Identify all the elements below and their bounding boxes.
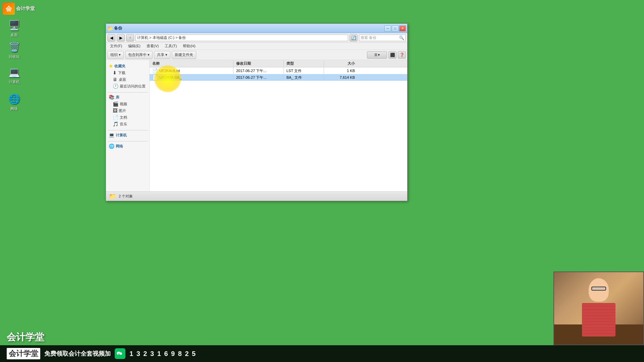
window-title: 备份 bbox=[114, 25, 384, 31]
menu-bar: 文件(F) 编辑(E) 查看(V) 工具(T) 帮助(H) bbox=[106, 43, 407, 50]
share-button[interactable]: 共享 ▾ bbox=[154, 51, 170, 59]
new-folder-label: 新建文件夹 bbox=[175, 52, 193, 57]
column-type[interactable]: 类型 bbox=[284, 60, 324, 67]
desktop-icon-2-label: 回收站 bbox=[9, 54, 20, 59]
table-row[interactable]: 📄 UF2KActList 2017-06-27 下午... LST 文件 1 … bbox=[150, 67, 407, 74]
favorites-section: ★ 收藏夹 ⬇ 下载 🖥 桌面 🕐 最近访问的位置 bbox=[107, 63, 148, 89]
desktop-icon-4[interactable]: 🌐 网络 bbox=[3, 92, 25, 111]
menu-help[interactable]: 帮助(H) bbox=[180, 43, 198, 49]
person-silhouette bbox=[572, 275, 626, 342]
new-folder-button[interactable]: 新建文件夹 bbox=[172, 51, 196, 59]
desktop-icon-3[interactable]: 💻 计算机 bbox=[3, 65, 25, 84]
file-list: 名称 修改日期 类型 大小 📄 UF2KActList 2017-06-27 下… bbox=[150, 60, 407, 191]
file-list-header: 名称 修改日期 类型 大小 bbox=[150, 60, 407, 67]
refresh-button[interactable]: 🔄 bbox=[350, 34, 358, 42]
desktop-icon-1[interactable]: 🖥️ 桌面 bbox=[3, 18, 25, 38]
music-icon: 🎵 bbox=[113, 121, 118, 127]
library-header[interactable]: 📚 库 bbox=[107, 94, 148, 101]
search-box[interactable]: 搜索 备份 🔍 bbox=[359, 35, 406, 41]
docs-icon: 📄 bbox=[113, 115, 118, 120]
person-head bbox=[589, 278, 609, 302]
favorites-label: 收藏夹 bbox=[114, 64, 125, 69]
column-size[interactable]: 大小 bbox=[324, 60, 358, 67]
organize-label: 组织 ▾ bbox=[110, 52, 121, 57]
network-sidebar-icon: 🌐 bbox=[109, 143, 114, 149]
person-glasses bbox=[591, 287, 606, 291]
address-input[interactable]: 计算机 > 本地磁盘 (C:) > 备份 bbox=[136, 35, 348, 41]
desktop-icon-3-label: 计算机 bbox=[9, 79, 20, 84]
file-2-name: 📄 UFDATA.BA_ bbox=[150, 74, 233, 81]
search-icon[interactable]: 🔍 bbox=[399, 36, 404, 40]
logo: 会 会计学堂 bbox=[3, 3, 35, 15]
menu-edit[interactable]: 编辑(E) bbox=[125, 43, 143, 49]
sidebar-item-video[interactable]: 🎬 视频 bbox=[107, 101, 148, 107]
banner-text: 免费领取会计全套视频加 bbox=[44, 350, 111, 358]
file-2-icon: 📄 bbox=[152, 75, 158, 80]
menu-tools[interactable]: 工具(T) bbox=[162, 43, 179, 49]
watermark-text: 会计学堂 bbox=[7, 332, 44, 342]
library-icon: 📚 bbox=[109, 95, 114, 100]
up-button[interactable]: ↑ bbox=[126, 34, 134, 42]
banner-logo-text: 会计学堂 bbox=[9, 349, 38, 358]
status-folder-icon: 📁 bbox=[109, 193, 116, 200]
table-row[interactable]: 📄 UFDATA.BA_ 2017-06-27 下午... BA_ 文件 7,6… bbox=[150, 74, 407, 81]
banner-logo: 会计学堂 bbox=[7, 348, 40, 359]
desktop-icon-2[interactable]: 🗑️ 回收站 bbox=[3, 40, 25, 59]
column-name[interactable]: 名称 bbox=[150, 60, 233, 67]
file-2-size: 7,614 KB bbox=[324, 75, 358, 80]
column-date[interactable]: 修改日期 bbox=[233, 60, 284, 67]
file-1-date: 2017-06-27 下午... bbox=[233, 68, 284, 74]
webcam-overlay bbox=[553, 272, 644, 345]
file-2-date: 2017-06-27 下午... bbox=[233, 74, 284, 81]
sidebar-item-pictures[interactable]: 🖼 图片 bbox=[107, 107, 148, 114]
help-button[interactable]: ❓ bbox=[398, 51, 406, 59]
sidebar-item-recent[interactable]: 🕐 最近访问的位置 bbox=[107, 83, 148, 89]
title-bar: 📁 备份 ─ □ ✕ bbox=[106, 24, 407, 33]
view-toggle[interactable]: ☰ ▾ bbox=[367, 51, 387, 59]
minimize-button[interactable]: ─ bbox=[384, 25, 391, 32]
toolbar: 组织 ▾ 包含到库中 ▾ 共享 ▾ 新建文件夹 ☰ ▾ ⬛ ❓ bbox=[106, 50, 407, 60]
content-area: ★ 收藏夹 ⬇ 下载 🖥 桌面 🕐 最近访问的位置 bbox=[106, 60, 407, 191]
library-label: 库 bbox=[116, 95, 119, 100]
sidebar-item-docs[interactable]: 📄 文档 bbox=[107, 114, 148, 121]
search-placeholder: 搜索 备份 bbox=[361, 35, 376, 40]
file-1-name: 📄 UF2KActList bbox=[150, 67, 233, 74]
file-1-name-text: UF2KActList bbox=[159, 69, 180, 73]
network-header[interactable]: 🌐 网络 bbox=[107, 143, 148, 149]
sidebar: ★ 收藏夹 ⬇ 下载 🖥 桌面 🕐 最近访问的位置 bbox=[106, 60, 150, 191]
sidebar-divider-3 bbox=[107, 141, 148, 141]
desktop-icon-4-img: 🌐 bbox=[7, 92, 21, 106]
video-icon: 🎬 bbox=[113, 101, 118, 107]
folder-icon: 📁 bbox=[107, 26, 113, 31]
menu-view[interactable]: 查看(V) bbox=[144, 43, 162, 49]
sidebar-item-desktop[interactable]: 🖥 桌面 bbox=[107, 76, 148, 83]
maximize-button[interactable]: □ bbox=[392, 25, 398, 32]
forward-button[interactable]: ▶ bbox=[117, 34, 125, 42]
organize-button[interactable]: 组织 ▾ bbox=[107, 51, 124, 59]
computer-section: 💻 计算机 bbox=[107, 132, 148, 138]
desktop-icon-4-label: 网络 bbox=[10, 106, 18, 111]
computer-header[interactable]: 💻 计算机 bbox=[107, 132, 148, 138]
desktop-icon-1-label: 桌面 bbox=[10, 33, 18, 38]
bottom-banner: 会计学堂 免费领取会计全套视频加 1 3 2 3 1 6 9 8 2 5 bbox=[0, 345, 644, 362]
pane-button[interactable]: ⬛ bbox=[388, 51, 396, 59]
pictures-icon: 🖼 bbox=[113, 108, 117, 113]
sidebar-recent-label: 最近访问的位置 bbox=[120, 84, 146, 89]
person-body bbox=[582, 303, 615, 337]
back-button[interactable]: ◀ bbox=[107, 34, 115, 42]
sidebar-divider-1 bbox=[107, 92, 148, 93]
close-button[interactable]: ✕ bbox=[399, 25, 406, 32]
network-label: 网络 bbox=[116, 144, 123, 149]
sidebar-pictures-label: 图片 bbox=[119, 108, 126, 113]
sidebar-item-download[interactable]: ⬇ 下载 bbox=[107, 69, 148, 76]
sidebar-music-label: 音乐 bbox=[120, 122, 127, 127]
favorites-header[interactable]: ★ 收藏夹 bbox=[107, 63, 148, 69]
add-library-button[interactable]: 包含到库中 ▾ bbox=[125, 51, 153, 59]
star-icon: ★ bbox=[109, 63, 113, 69]
logo-text: 会计学堂 bbox=[16, 6, 35, 12]
menu-file[interactable]: 文件(F) bbox=[107, 43, 125, 49]
file-2-type: BA_ 文件 bbox=[284, 74, 324, 81]
sidebar-item-music[interactable]: 🎵 音乐 bbox=[107, 121, 148, 127]
desktop-icon-3-img: 💻 bbox=[7, 65, 21, 79]
desktop-icon-2-img: 🗑️ bbox=[7, 40, 21, 54]
